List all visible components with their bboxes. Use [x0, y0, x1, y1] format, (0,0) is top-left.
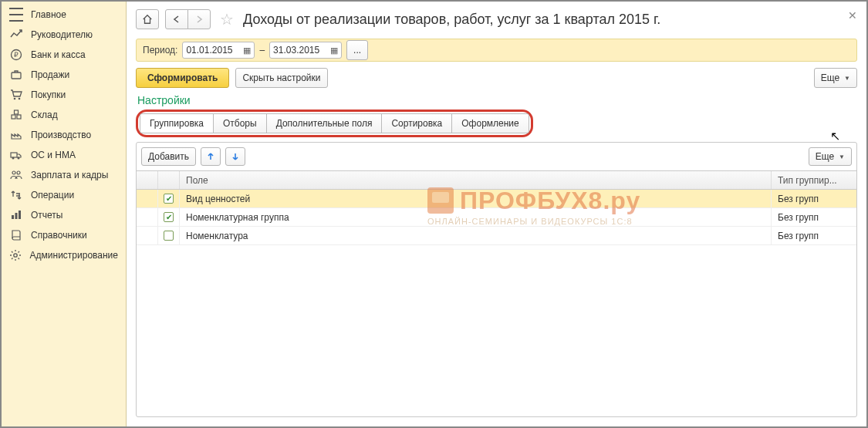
home-button[interactable]: [136, 9, 159, 29]
add-button[interactable]: Добавить: [141, 147, 196, 166]
period-bar: Период: ▦ – ▦ ...: [136, 39, 857, 62]
titlebar: ☆ Доходы от реализации товаров, работ, у…: [127, 2, 866, 32]
svg-rect-15: [19, 211, 21, 219]
row-checkbox[interactable]: [164, 212, 174, 222]
chart-line-icon: [9, 28, 23, 42]
sidebar-item-manager[interactable]: Руководителю: [2, 25, 126, 45]
tab-filters[interactable]: Отборы: [213, 113, 267, 133]
calendar-icon[interactable]: ▦: [330, 45, 338, 56]
period-select-button[interactable]: ...: [346, 40, 368, 60]
date-to-field[interactable]: [273, 45, 327, 56]
book-icon: [9, 228, 23, 242]
table-row[interactable]: Вид ценностей Без групп: [137, 190, 856, 208]
svg-rect-8: [11, 153, 17, 157]
briefcase-icon: [9, 68, 23, 82]
svg-point-9: [12, 157, 15, 160]
svg-point-3: [14, 98, 16, 100]
arrow-right-icon: [195, 15, 203, 23]
sidebar-item-assets[interactable]: ОС и НМА: [2, 145, 126, 165]
sidebar-item-label: Покупки: [31, 89, 66, 100]
people-icon: [9, 168, 23, 182]
table-row[interactable]: Номенклатура Без групп: [137, 227, 856, 245]
sidebar-item-catalogs[interactable]: Справочники: [2, 225, 126, 245]
sidebar-item-main[interactable]: Главное: [2, 5, 126, 25]
move-up-button[interactable]: [201, 147, 221, 166]
svg-rect-14: [15, 213, 18, 219]
bar-chart-icon: [9, 208, 23, 222]
row-checkbox[interactable]: [164, 231, 174, 241]
tabs-highlight: Группировка Отборы Дополнительные поля С…: [136, 110, 533, 137]
grouping-table: Поле Тип группир... Вид ценностей Без гр…: [137, 170, 856, 416]
row-checkbox[interactable]: [164, 194, 174, 204]
tab-grouping[interactable]: Группировка: [140, 113, 214, 133]
home-icon: [142, 14, 153, 25]
tab-appearance[interactable]: Оформление: [451, 113, 529, 133]
sidebar-item-admin[interactable]: Администрирование: [2, 245, 126, 265]
date-from-input[interactable]: ▦: [182, 42, 255, 59]
date-from-field[interactable]: [186, 45, 240, 56]
table-header: Поле Тип группир...: [137, 171, 856, 190]
sidebar: Главное Руководителю ₽ Банк и касса Прод…: [2, 2, 127, 426]
arrow-up-icon: [205, 151, 216, 162]
close-icon[interactable]: ✕: [848, 9, 857, 22]
sidebar-item-payroll[interactable]: Зарплата и кадры: [2, 165, 126, 185]
favorite-star-icon[interactable]: ☆: [220, 10, 234, 29]
table-row[interactable]: Номенклатурная группа Без групп: [137, 208, 856, 227]
gear-icon: [9, 248, 22, 262]
row-field: Номенклатурная группа: [180, 208, 772, 226]
main-area: ✕ ☆ Доходы от реализации товаров, работ,…: [127, 2, 866, 426]
transactions-icon: [9, 188, 23, 202]
settings-panel: Добавить Еще Поле Тип группир...: [136, 142, 857, 417]
forward-button[interactable]: [187, 9, 211, 29]
column-field[interactable]: Поле: [180, 171, 772, 189]
truck-icon: [9, 148, 23, 162]
page-title: Доходы от реализации товаров, работ, усл…: [243, 12, 660, 28]
svg-rect-2: [12, 72, 21, 79]
sidebar-item-label: Руководителю: [31, 29, 93, 40]
row-group-type: Без групп: [772, 208, 856, 226]
sidebar-item-sales[interactable]: Продажи: [2, 65, 126, 85]
factory-icon: [9, 128, 23, 142]
svg-rect-6: [17, 115, 21, 119]
sidebar-item-label: Продажи: [31, 69, 69, 80]
table-body: Вид ценностей Без групп Номенклатурная г…: [137, 190, 856, 416]
sidebar-item-warehouse[interactable]: Склад: [2, 105, 126, 125]
row-group-type: Без групп: [772, 227, 856, 244]
ruble-icon: ₽: [9, 48, 23, 62]
settings-heading: Настройки: [137, 94, 856, 106]
svg-point-11: [12, 171, 15, 174]
boxes-icon: [9, 108, 23, 122]
move-down-button[interactable]: [225, 147, 245, 166]
row-field: Номенклатура: [180, 227, 772, 244]
tab-extra-fields[interactable]: Дополнительные поля: [266, 113, 383, 133]
sidebar-item-label: Склад: [31, 110, 58, 120]
back-button[interactable]: [165, 9, 188, 29]
svg-point-16: [14, 254, 17, 257]
column-group-type[interactable]: Тип группир...: [772, 171, 856, 189]
generate-button[interactable]: Сформировать: [136, 68, 229, 88]
sidebar-item-purchases[interactable]: Покупки: [2, 85, 126, 105]
svg-point-4: [19, 98, 21, 100]
svg-rect-7: [15, 110, 19, 114]
sidebar-item-label: Администрирование: [30, 250, 118, 261]
hide-settings-button[interactable]: Скрыть настройки: [235, 68, 327, 88]
sidebar-item-operations[interactable]: Операции: [2, 185, 126, 205]
arrow-left-icon: [173, 15, 181, 23]
more-button[interactable]: Еще: [814, 68, 857, 88]
action-bar: Сформировать Скрыть настройки Еще: [136, 68, 857, 88]
calendar-icon[interactable]: ▦: [243, 45, 251, 56]
sidebar-item-label: ОС и НМА: [31, 150, 76, 160]
panel-more-button[interactable]: Еще: [809, 147, 852, 166]
date-to-input[interactable]: ▦: [269, 42, 342, 59]
cart-icon: [9, 88, 23, 102]
sidebar-item-production[interactable]: Производство: [2, 125, 126, 145]
svg-text:₽: ₽: [14, 51, 19, 59]
sidebar-item-reports[interactable]: Отчеты: [2, 205, 126, 225]
period-label: Период:: [143, 45, 177, 56]
panel-toolbar: Добавить Еще: [137, 143, 856, 170]
sidebar-item-label: Операции: [31, 190, 74, 201]
arrow-down-icon: [230, 151, 241, 162]
row-group-type: Без групп: [772, 190, 856, 207]
sidebar-item-bank[interactable]: ₽ Банк и касса: [2, 45, 126, 65]
tab-sorting[interactable]: Сортировка: [381, 113, 452, 133]
